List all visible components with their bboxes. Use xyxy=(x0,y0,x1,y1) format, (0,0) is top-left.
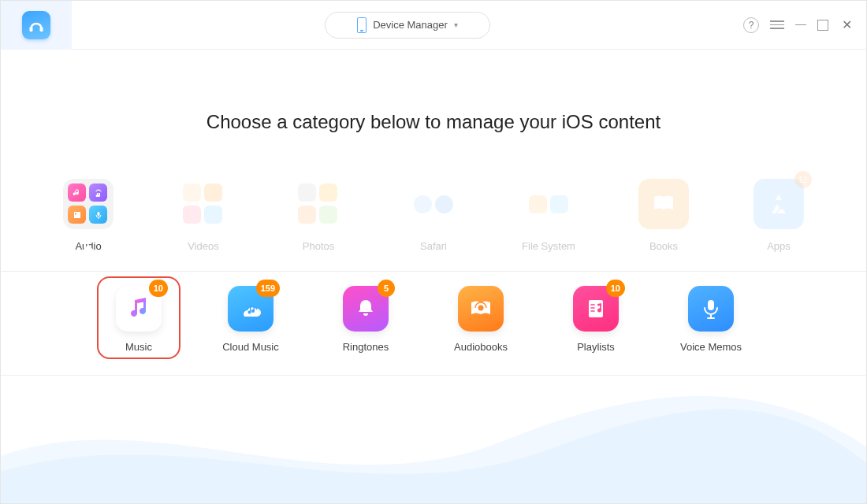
page-heading: Choose a category below to manage your i… xyxy=(1,111,866,133)
title-center: Device Manager ▾ xyxy=(72,12,743,39)
category-books[interactable]: Books xyxy=(628,179,699,252)
category-row: Audio Videos Photos xyxy=(1,179,866,272)
subcategory-playlists[interactable]: 10 Playlists xyxy=(560,286,631,353)
subcategory-label: Music xyxy=(125,341,152,353)
logo-area xyxy=(1,1,72,50)
category-label: Videos xyxy=(188,240,219,252)
category-photos[interactable]: Photos xyxy=(283,179,354,252)
music-icon: 10 xyxy=(116,286,162,332)
subcategory-audiobooks[interactable]: Audiobooks xyxy=(445,286,516,353)
svg-rect-1 xyxy=(40,27,43,32)
subcategory-music[interactable]: 10 Music xyxy=(103,283,174,353)
maximize-button[interactable] xyxy=(817,20,828,31)
ringtones-badge: 5 xyxy=(378,280,395,297)
subcategory-label: Audiobooks xyxy=(454,341,508,353)
subcategory-row: 10 Music 159 Cloud Music 5 Ringtones xyxy=(1,272,866,376)
category-apps[interactable]: 12 Apps xyxy=(743,179,814,252)
phone-icon xyxy=(357,17,367,33)
videos-folder-icon xyxy=(178,179,229,229)
category-safari[interactable]: Safari xyxy=(398,179,469,252)
category-filesystem[interactable]: File System xyxy=(513,179,584,252)
category-label: Apps xyxy=(767,240,791,252)
filesystem-folder-icon xyxy=(523,179,574,229)
subcategory-ringtones[interactable]: 5 Ringtones xyxy=(330,286,401,353)
category-videos[interactable]: Videos xyxy=(168,179,239,252)
svg-rect-5 xyxy=(708,300,714,310)
cloudmusic-badge: 159 xyxy=(256,280,280,297)
app-window: Device Manager ▾ ? ✕ Choose a category b… xyxy=(0,0,867,504)
chevron-down-icon: ▾ xyxy=(454,20,458,29)
category-label: File System xyxy=(522,240,575,252)
main-content: Choose a category below to manage your i… xyxy=(1,50,866,503)
active-category-pointer xyxy=(81,245,95,253)
close-button[interactable]: ✕ xyxy=(839,18,854,32)
audio-folder-icon xyxy=(63,179,113,229)
books-folder-icon xyxy=(638,179,689,229)
photos-folder-icon xyxy=(293,179,344,229)
subcategory-label: Playlists xyxy=(577,341,615,353)
audiobooks-icon xyxy=(458,286,504,332)
apps-badge: 12 xyxy=(794,171,812,188)
category-label: Photos xyxy=(303,240,334,252)
device-label: Device Manager xyxy=(373,19,448,31)
svg-rect-2 xyxy=(97,212,99,216)
subcategory-label: Cloud Music xyxy=(222,341,279,353)
title-bar: Device Manager ▾ ? ✕ xyxy=(1,1,866,50)
subcategory-label: Ringtones xyxy=(343,341,389,353)
cloud-music-icon: 159 xyxy=(228,286,273,332)
apps-folder-icon: 12 xyxy=(754,179,804,229)
category-label: Safari xyxy=(420,240,447,252)
menu-button[interactable] xyxy=(770,20,784,29)
help-button[interactable]: ? xyxy=(743,17,759,33)
background-wave xyxy=(1,369,867,503)
playlists-badge: 10 xyxy=(606,280,625,297)
music-badge: 10 xyxy=(149,280,168,297)
subcategory-label: Voice Memos xyxy=(680,341,742,353)
svg-point-3 xyxy=(478,306,484,311)
safari-folder-icon xyxy=(408,179,459,229)
subcategory-cloudmusic[interactable]: 159 Cloud Music xyxy=(215,286,286,353)
category-audio[interactable]: Audio xyxy=(53,179,124,252)
app-logo-icon xyxy=(22,11,50,39)
playlists-icon: 10 xyxy=(573,286,619,332)
voice-memos-icon xyxy=(688,286,734,332)
svg-rect-0 xyxy=(30,27,33,32)
subcategory-voicememos[interactable]: Voice Memos xyxy=(675,286,746,353)
ringtones-icon: 5 xyxy=(343,286,389,332)
device-manager-dropdown[interactable]: Device Manager ▾ xyxy=(325,12,490,39)
window-controls: ? ✕ xyxy=(743,17,854,33)
category-label: Books xyxy=(649,240,678,252)
minimize-button[interactable] xyxy=(795,24,806,26)
